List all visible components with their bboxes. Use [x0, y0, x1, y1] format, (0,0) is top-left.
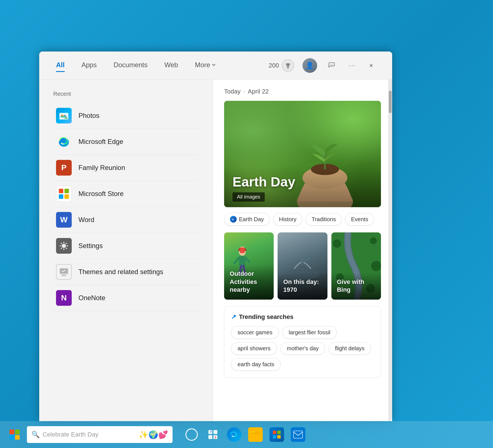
svg-rect-50	[277, 431, 281, 434]
start-menu: All Apps Documents Web More 200	[39, 52, 392, 421]
taskbar-widgets-button[interactable]	[203, 424, 223, 445]
svg-rect-17	[61, 276, 67, 276]
scroll-track[interactable]	[388, 80, 392, 421]
word-icon: W	[56, 212, 72, 228]
svg-rect-43	[213, 430, 217, 434]
tab-more[interactable]: More	[195, 59, 216, 72]
app-item-word[interactable]: W Word	[53, 207, 199, 233]
app-item-family-reunion[interactable]: P Family Reunion	[53, 155, 199, 181]
card-title-history: On this day: 1970	[283, 278, 322, 294]
recent-section-title: Recent	[53, 91, 199, 97]
left-panel: Recent Photos	[39, 80, 213, 421]
card-title-outdoor: Outdoor Activities nearby	[230, 270, 268, 294]
svg-rect-0	[287, 67, 289, 68]
svg-rect-52	[277, 435, 281, 438]
card-history[interactable]: On this day: 1970	[278, 232, 327, 300]
hero-card[interactable]: Earth Day All images	[224, 101, 381, 207]
app-item-photos[interactable]: Photos	[53, 103, 199, 129]
desktop: All Apps Documents Web More 200	[0, 0, 493, 448]
svg-point-3	[331, 65, 332, 65]
start-button[interactable]	[6, 426, 24, 444]
search-emoji: ✨🌍💕	[139, 430, 168, 439]
card-title-bing: Give with Bing	[337, 278, 375, 294]
app-item-edge[interactable]: Microsoft Edge	[53, 129, 199, 155]
tag-row: b Earth Day History Traditions Events	[224, 213, 381, 226]
search-bar-text: Celebrate Earth Day	[43, 431, 136, 438]
settings-icon	[56, 238, 72, 254]
more-options-button[interactable]: ···	[346, 59, 359, 72]
svg-rect-51	[273, 435, 276, 438]
svg-rect-53	[294, 431, 303, 438]
svg-rect-10	[59, 194, 63, 199]
trending-pill-mothers-day[interactable]: mother's day	[280, 342, 325, 355]
svg-rect-16	[62, 275, 66, 276]
app-name-onenote: OneNote	[78, 294, 105, 302]
trophy-icon[interactable]	[282, 59, 294, 72]
photos-icon	[56, 108, 72, 123]
cards-row: Outdoor Activities nearby	[224, 232, 381, 300]
app-item-themes[interactable]: Themes and related settings	[53, 259, 199, 285]
tag-events[interactable]: Events	[345, 213, 374, 226]
trending-pill-fossil[interactable]: largest flier fossil	[282, 326, 337, 339]
app-name-settings: Settings	[78, 242, 103, 250]
tab-web[interactable]: Web	[164, 59, 178, 72]
scroll-thumb[interactable]	[389, 91, 392, 113]
chevron-down-icon	[212, 63, 216, 67]
svg-rect-49	[273, 431, 276, 434]
svg-point-39	[371, 261, 381, 271]
tag-label-traditions: Traditions	[311, 216, 336, 223]
app-item-settings[interactable]: Settings	[53, 233, 199, 259]
app-item-store[interactable]: Microsoft Store	[53, 181, 199, 207]
taskbar-file-explorer[interactable]	[245, 424, 266, 445]
tag-earth-day[interactable]: b Earth Day	[224, 213, 270, 226]
tab-documents[interactable]: Documents	[113, 59, 147, 72]
app-name-word: Word	[78, 216, 94, 224]
hero-text-overlay: Earth Day All images	[224, 166, 381, 207]
trending-pill-showers[interactable]: april showers	[231, 342, 277, 355]
taskbar-mail-app[interactable]	[288, 424, 308, 445]
card-outdoor-overlay: Outdoor Activities nearby	[224, 264, 274, 300]
svg-rect-11	[64, 194, 69, 199]
tag-history[interactable]: History	[273, 213, 302, 226]
svg-rect-9	[64, 189, 69, 193]
ppt-icon: P	[56, 160, 72, 176]
tag-label-history: History	[279, 216, 296, 223]
card-outdoor[interactable]: Outdoor Activities nearby	[224, 232, 274, 300]
tag-traditions[interactable]: Traditions	[306, 213, 342, 226]
svg-rect-44	[208, 435, 212, 439]
trending-pill-earth-day-facts[interactable]: earth day facts	[231, 358, 281, 371]
tab-apps[interactable]: Apps	[82, 59, 97, 72]
svg-text:b: b	[232, 218, 234, 221]
bing-logo: b	[230, 216, 237, 223]
hero-badge[interactable]: All images	[232, 192, 265, 202]
svg-line-28	[234, 258, 239, 263]
tab-all[interactable]: All	[56, 59, 65, 72]
themes-icon	[56, 264, 72, 280]
user-avatar[interactable]: 👤	[303, 58, 317, 73]
trending-arrow-icon: ↗	[231, 313, 236, 321]
svg-point-35	[300, 258, 305, 263]
store-icon	[56, 186, 72, 202]
card-bing[interactable]: Give with Bing	[331, 232, 381, 300]
app-name-edge: Microsoft Edge	[78, 138, 123, 146]
start-menu-body: Recent Photos	[39, 80, 392, 421]
close-button[interactable]: ×	[367, 59, 375, 72]
svg-point-12	[63, 245, 65, 247]
trophy-svg	[285, 62, 291, 69]
feedback-button[interactable]	[325, 59, 338, 72]
svg-rect-8	[59, 189, 63, 193]
app-item-onenote[interactable]: N OneNote	[53, 285, 199, 311]
taskbar-icons	[182, 424, 308, 445]
taskbar-store-app[interactable]	[267, 424, 287, 445]
hero-title: Earth Day	[232, 174, 373, 190]
date-header: Today · April 22	[224, 88, 381, 95]
feedback-icon	[328, 62, 335, 69]
card-bing-overlay: Give with Bing	[331, 272, 381, 300]
taskbar-search[interactable]: 🔍 Celebrate Earth Day ✨🌍💕	[27, 426, 173, 443]
points-badge: 200	[269, 59, 294, 72]
taskbar-edge-app[interactable]	[224, 424, 244, 445]
trending-pill-flight-delays[interactable]: flight delays	[329, 342, 371, 355]
trending-pill-soccer[interactable]: soccer games	[231, 326, 279, 339]
taskbar-circle-indicator[interactable]	[182, 424, 202, 445]
svg-line-29	[246, 258, 249, 262]
